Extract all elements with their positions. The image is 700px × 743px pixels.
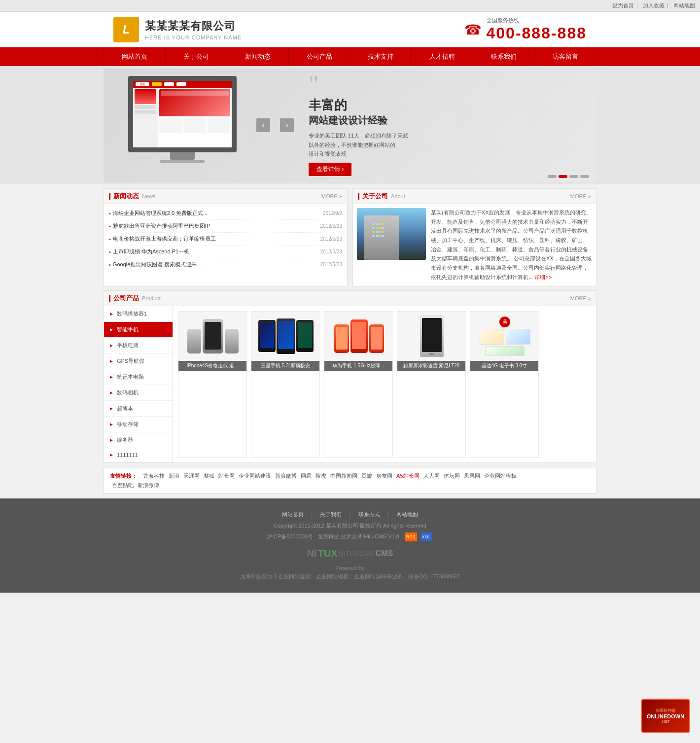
product-image bbox=[397, 312, 466, 361]
header: L 某某某某有限公司 HERE IS YOUR COMPANY NAME ☎ 全… bbox=[104, 12, 596, 47]
phone-icon: ☎ bbox=[464, 22, 482, 38]
about-title-en: About bbox=[391, 193, 405, 199]
footer-nav-3[interactable]: 网站地图 bbox=[396, 511, 418, 518]
cat-label: 平板电脑 bbox=[117, 342, 139, 349]
product-image bbox=[178, 312, 247, 361]
friends-link-2[interactable]: 天涯网 bbox=[183, 473, 200, 479]
product-cat-2[interactable]: ►平板电脑 bbox=[104, 338, 173, 354]
add-favorites-link[interactable]: 加入收藏 bbox=[643, 2, 665, 8]
nav-item-1[interactable]: 关于公司 bbox=[166, 47, 227, 66]
news-date: 2012/5/23 bbox=[320, 236, 343, 242]
nav-item-2[interactable]: 新闻动态 bbox=[227, 47, 289, 66]
friends-row2-link-1[interactable]: 新浪微博 bbox=[138, 482, 159, 488]
about-detail-link[interactable]: 详细>> bbox=[534, 274, 552, 280]
banner-subtitle: 网站建设设计经验 bbox=[309, 114, 577, 127]
about-more[interactable]: MORE » bbox=[570, 193, 591, 199]
products-more[interactable]: MORE » bbox=[570, 295, 591, 301]
friends-link-10[interactable]: 豆瓣 bbox=[361, 473, 372, 479]
friends-link-8[interactable]: 搜虎 bbox=[315, 473, 326, 479]
friends-link-3[interactable]: 整狐 bbox=[204, 473, 214, 479]
footer-nav-1[interactable]: 关于我们 bbox=[320, 511, 342, 518]
xml-badge: XML bbox=[420, 532, 433, 541]
footer-nav-0[interactable]: 网站首页 bbox=[282, 511, 304, 518]
nav-item-7[interactable]: 访客留言 bbox=[535, 47, 596, 66]
dot-1[interactable] bbox=[548, 175, 557, 178]
friends-link-7[interactable]: 网易 bbox=[301, 473, 312, 479]
news-link[interactable]: 雅虎欲出售亚洲资产推动阿里巴巴集团IP bbox=[113, 222, 316, 230]
banner-dots bbox=[548, 175, 589, 178]
nav-item-4[interactable]: 技术支持 bbox=[350, 47, 412, 66]
cat-arrow: ► bbox=[109, 437, 114, 443]
nav-item-3[interactable]: 公司产品 bbox=[289, 47, 350, 66]
news-link[interactable]: 电商价格战开激上游供应商：订单缩模员工 bbox=[113, 235, 316, 243]
friends-link-4[interactable]: 站长网 bbox=[218, 473, 235, 479]
banner-btn[interactable]: 查看详情 bbox=[309, 163, 351, 176]
next-arrow[interactable]: › bbox=[280, 118, 294, 132]
news-more[interactable]: MORE » bbox=[321, 193, 342, 199]
news-item: •海纳企业网站管理系统2.0 免费版正式...2012/9/9 bbox=[109, 207, 342, 220]
about-content: 某某(有限公司致力于XX业的发展，专业从事集中润滑系统的研究、开发、制造及销售，… bbox=[353, 204, 596, 286]
product-cat-6[interactable]: ►超薄本 bbox=[104, 401, 173, 417]
product-cat-3[interactable]: ►GPS导航仪 bbox=[104, 354, 173, 369]
friends-link-15[interactable]: 凤凰网 bbox=[464, 473, 480, 479]
dot-2[interactable] bbox=[559, 175, 567, 178]
news-section: 新闻动态 News MORE » •海纳企业网站管理系统2.0 免费版正式...… bbox=[104, 188, 348, 286]
products-layout: ►数码播放器1►智能手机►平板电脑►GPS导航仪►笔记本电脑►数码相机►超薄本►… bbox=[104, 306, 596, 462]
news-item: •电商价格战开激上游供应商：订单缩模员工2012/5/23 bbox=[109, 233, 342, 246]
nav-item-6[interactable]: 联系我们 bbox=[473, 47, 535, 66]
friends-link-11[interactable]: 房友网 bbox=[376, 473, 392, 479]
product-cat-8[interactable]: ►服务器 bbox=[104, 432, 173, 448]
product-card[interactable]: iPhone4S价格走低 港... bbox=[178, 311, 247, 458]
set-homepage-link[interactable]: 设为首页 bbox=[612, 2, 634, 8]
friends-link-0[interactable]: 龙海科技 bbox=[143, 473, 165, 479]
company-name: 某某某某有限公司 bbox=[145, 19, 242, 34]
top-bar: 设为首页 | 加入收藏 | 网站地图 bbox=[0, 0, 700, 12]
cat-arrow: ► bbox=[109, 422, 114, 427]
news-link[interactable]: 海纳企业网站管理系统2.0 免费版正式... bbox=[113, 210, 319, 217]
friends-link-13[interactable]: 人人网 bbox=[423, 473, 440, 479]
site-map-link[interactable]: 网站地图 bbox=[673, 2, 695, 8]
news-date: 2012/5/23 bbox=[320, 249, 343, 254]
nav-item-0[interactable]: 网站首页 bbox=[104, 47, 166, 66]
product-card[interactable]: 华为手机 1.5GHz超薄... bbox=[324, 311, 393, 458]
news-link[interactable]: 上市即脱销 华为Ascend P1一机 bbox=[113, 248, 316, 255]
product-cat-9[interactable]: ►1111111 bbox=[104, 448, 173, 462]
cat-label: 笔记本电脑 bbox=[117, 373, 144, 381]
footer-nav-2[interactable]: 联系方式 bbox=[358, 511, 380, 518]
phone-area: ☎ 全国服务热线 400-888-888 bbox=[464, 17, 587, 42]
nav-item-5[interactable]: 人才招聘 bbox=[412, 47, 473, 66]
friends-link-16[interactable]: 企业网站模板 bbox=[484, 473, 517, 479]
dot-4[interactable] bbox=[580, 175, 589, 178]
news-link[interactable]: Google推出知识图谱 搜索模式迎来... bbox=[113, 261, 316, 268]
cat-label: 1111111 bbox=[117, 452, 138, 458]
friends-link-9[interactable]: 中国新闻网 bbox=[330, 473, 357, 479]
product-cat-4[interactable]: ►笔记本电脑 bbox=[104, 369, 173, 385]
friends-link-14[interactable]: 体坛网 bbox=[444, 473, 460, 479]
news-bullet: • bbox=[109, 262, 111, 268]
logo-icon: L bbox=[113, 17, 139, 42]
product-cat-5[interactable]: ►数码相机 bbox=[104, 385, 173, 401]
footer-copyright: Copyright 2011-2012 某某有限公司 版权所有 All righ… bbox=[0, 521, 700, 531]
product-card[interactable]: 三星手机 5.3"屏顶极安 bbox=[251, 311, 320, 458]
cat-arrow: ► bbox=[109, 452, 114, 458]
news-title: 新闻动态 bbox=[113, 192, 139, 201]
product-cat-1[interactable]: ►智能手机 bbox=[104, 322, 173, 338]
news-bullet: • bbox=[109, 223, 111, 229]
friends-link-6[interactable]: 新浪微博 bbox=[275, 473, 297, 479]
friends-link-1[interactable]: 新浪 bbox=[169, 473, 179, 479]
friends-link-12[interactable]: A5站长网 bbox=[396, 473, 419, 479]
news-item: •上市即脱销 华为Ascend P1一机2012/5/23 bbox=[109, 246, 342, 258]
product-image bbox=[324, 312, 393, 361]
product-card[interactable]: 触屏屏浓彩速度 索尼LT28 bbox=[397, 311, 466, 458]
product-card[interactable]: 品 晶达4G 电子书 3.0寸 bbox=[470, 311, 539, 458]
product-cat-7[interactable]: ►移动存储 bbox=[104, 417, 173, 432]
prev-arrow[interactable]: ‹ bbox=[256, 118, 270, 132]
dot-3[interactable] bbox=[569, 175, 578, 178]
nav: 网站首页关于公司新闻动态公司产品技术支持人才招聘联系我们访客留言 bbox=[0, 47, 700, 66]
friends-row2-link-0[interactable]: 百度贴吧 bbox=[112, 482, 134, 488]
product-cat-0[interactable]: ►数码播放器1 bbox=[104, 306, 173, 322]
products-title: 公司产品 bbox=[113, 294, 139, 303]
rss-badge: RSS bbox=[405, 532, 417, 541]
friends-link-5[interactable]: 企业网站建设 bbox=[239, 473, 271, 479]
cat-arrow: ► bbox=[109, 343, 114, 348]
